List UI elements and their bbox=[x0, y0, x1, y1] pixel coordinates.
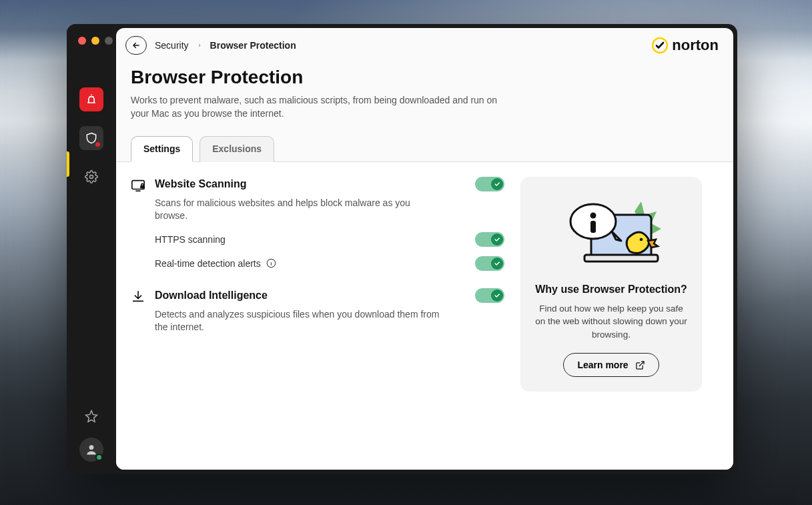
star-icon bbox=[85, 410, 98, 423]
arrow-left-icon bbox=[131, 41, 141, 50]
svg-rect-4 bbox=[140, 185, 144, 189]
window-controls bbox=[78, 37, 113, 45]
minimize-window-button[interactable] bbox=[91, 37, 99, 45]
setting-label-realtime: Real-time detection alerts bbox=[155, 258, 276, 269]
toggle-website-scanning[interactable] bbox=[475, 177, 504, 191]
setting-group-download-intelligence: Download Intelligence Detects and analyz… bbox=[131, 288, 504, 334]
breadcrumb: Security Browser Protection bbox=[125, 36, 296, 55]
info-icon[interactable] bbox=[266, 258, 276, 268]
setting-label-https: HTTPS scanning bbox=[155, 234, 226, 245]
breadcrumb-current: Browser Protection bbox=[210, 40, 296, 51]
gear-icon bbox=[85, 170, 98, 183]
brand-text: norton bbox=[672, 37, 719, 54]
setting-description: Detects and analyzes suspicious files wh… bbox=[155, 308, 442, 334]
sidebar-item-settings[interactable] bbox=[79, 165, 103, 189]
sidebar-item-alerts[interactable] bbox=[79, 87, 103, 111]
setting-group-website-scanning: Website Scanning Scans for malicious web… bbox=[131, 177, 504, 271]
toggle-https-scanning[interactable] bbox=[475, 232, 504, 247]
check-icon bbox=[494, 260, 500, 267]
page-description: Works to prevent malware, such as malici… bbox=[131, 93, 504, 121]
sidebar bbox=[67, 24, 116, 474]
svg-rect-7 bbox=[584, 255, 658, 262]
breadcrumb-parent[interactable]: Security bbox=[155, 40, 189, 51]
fullscreen-window-button[interactable] bbox=[105, 37, 113, 45]
toggle-download-intelligence[interactable] bbox=[475, 288, 504, 303]
info-illustration bbox=[554, 191, 668, 272]
check-icon bbox=[494, 181, 500, 187]
external-link-icon bbox=[635, 360, 645, 370]
account-avatar[interactable] bbox=[79, 438, 103, 462]
info-card: Why use Browser Protection? Find out how… bbox=[520, 177, 702, 392]
setting-title: Download Intelligence bbox=[155, 290, 268, 302]
setting-description: Scans for malicious websites and helps b… bbox=[155, 197, 442, 223]
brand-logo: norton bbox=[652, 37, 719, 54]
sidebar-item-favorites[interactable] bbox=[85, 410, 98, 426]
content-pane: Security Browser Protection norton Brows… bbox=[116, 28, 733, 470]
svg-point-0 bbox=[90, 175, 93, 179]
alert-badge-icon bbox=[95, 141, 101, 147]
sidebar-item-security[interactable] bbox=[79, 126, 103, 150]
toggle-realtime-alerts[interactable] bbox=[475, 256, 504, 271]
info-card-title: Why use Browser Protection? bbox=[535, 284, 687, 296]
svg-rect-10 bbox=[590, 221, 596, 233]
back-button[interactable] bbox=[125, 36, 147, 55]
svg-point-11 bbox=[640, 237, 643, 241]
svg-point-1 bbox=[89, 445, 94, 450]
check-icon bbox=[494, 236, 500, 243]
siren-icon bbox=[85, 93, 98, 106]
download-icon bbox=[131, 290, 145, 304]
check-icon bbox=[494, 292, 500, 299]
tab-exclusions[interactable]: Exclusions bbox=[199, 136, 274, 162]
svg-point-9 bbox=[590, 212, 596, 218]
app-window: Security Browser Protection norton Brows… bbox=[67, 24, 737, 474]
close-window-button[interactable] bbox=[78, 37, 86, 45]
setting-title: Website Scanning bbox=[155, 178, 247, 190]
tab-bar: Settings Exclusions bbox=[116, 121, 733, 162]
info-card-description: Find out how we help keep you safe on th… bbox=[534, 302, 689, 342]
norton-check-icon bbox=[652, 37, 668, 53]
monitor-lock-icon bbox=[131, 178, 145, 193]
presence-dot-icon bbox=[95, 454, 103, 461]
learn-more-button[interactable]: Learn more bbox=[563, 353, 659, 377]
tab-settings[interactable]: Settings bbox=[131, 136, 193, 162]
page-title: Browser Protection bbox=[131, 67, 719, 88]
chevron-right-icon bbox=[197, 41, 202, 49]
sidebar-active-indicator bbox=[67, 151, 69, 177]
